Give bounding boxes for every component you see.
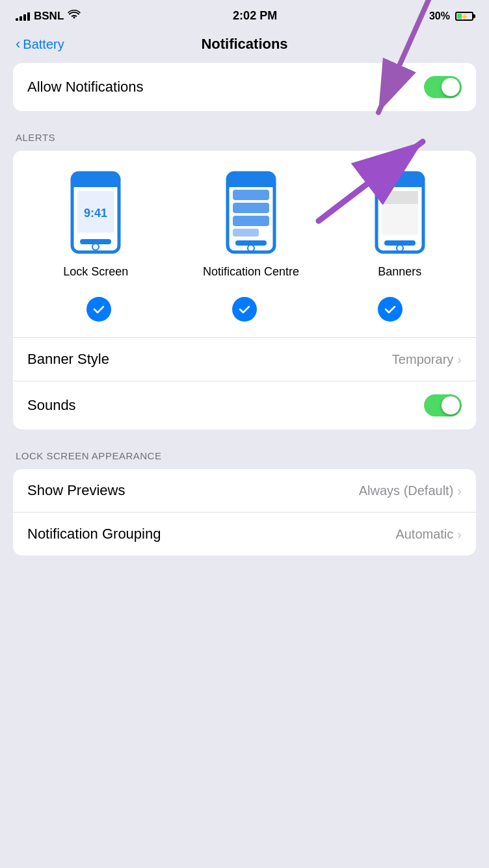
- checkmarks-row: [13, 292, 476, 337]
- svg-rect-22: [382, 191, 418, 204]
- notification-centre-option[interactable]: Notification Centre: [203, 170, 299, 279]
- banners-check[interactable]: [378, 297, 403, 322]
- show-previews-row[interactable]: Show Previews Always (Default) ›: [13, 469, 476, 512]
- back-button[interactable]: ‹ Battery: [16, 37, 64, 52]
- alerts-section-label: ALERTS: [13, 132, 476, 143]
- phone-icons-row: 9:41 Lock Screen: [13, 151, 476, 292]
- svg-rect-14: [233, 216, 269, 226]
- signal-bars-icon: [16, 12, 30, 21]
- toggle-thumb: [442, 78, 460, 96]
- sounds-row[interactable]: Sounds: [13, 381, 476, 429]
- banner-style-row[interactable]: Banner Style Temporary ›: [13, 338, 476, 381]
- lock-screen-appearance-label: LOCK SCREEN APPEARANCE: [13, 450, 476, 461]
- banners-label: Banners: [378, 265, 421, 279]
- svg-rect-12: [233, 190, 269, 200]
- svg-text:9:41: 9:41: [84, 207, 107, 220]
- svg-rect-4: [72, 179, 119, 187]
- battery-percent: 30%: [429, 10, 450, 22]
- notification-grouping-chevron-icon: ›: [457, 527, 462, 542]
- notification-centre-check[interactable]: [232, 297, 257, 322]
- allow-notifications-toggle[interactable]: [424, 76, 462, 98]
- battery-icon: ⚡: [455, 12, 473, 21]
- banner-style-label: Banner Style: [27, 351, 109, 368]
- svg-rect-20: [377, 179, 423, 187]
- svg-rect-11: [228, 179, 274, 187]
- banners-option[interactable]: Banners: [374, 170, 426, 279]
- carrier-label: BSNL: [34, 10, 64, 23]
- status-bar: BSNL 2:02 PM 30% ⚡: [0, 0, 489, 28]
- notification-centre-label: Notification Centre: [203, 265, 299, 279]
- svg-rect-15: [233, 229, 259, 236]
- allow-notifications-card: Allow Notifications: [13, 63, 476, 111]
- banner-style-right: Temporary ›: [392, 352, 462, 367]
- lock-screen-label: Lock Screen: [63, 265, 128, 279]
- lock-screen-phone-icon: 9:41: [70, 170, 122, 255]
- content-area: Allow Notifications ALERTS: [0, 63, 489, 555]
- status-left: BSNL: [16, 10, 81, 23]
- notification-centre-phone-icon: [225, 170, 277, 255]
- status-right: 30% ⚡: [429, 10, 473, 22]
- allow-notifications-label: Allow Notifications: [27, 79, 144, 96]
- banner-style-value: Temporary: [392, 352, 453, 367]
- svg-rect-13: [233, 203, 269, 213]
- back-label: Battery: [23, 37, 64, 52]
- notification-grouping-label: Notification Grouping: [27, 526, 161, 542]
- back-chevron-icon: ‹: [16, 37, 20, 51]
- banners-phone-icon: [374, 170, 426, 255]
- show-previews-chevron-icon: ›: [457, 483, 462, 498]
- notification-grouping-row[interactable]: Notification Grouping Automatic ›: [13, 513, 476, 555]
- notification-grouping-value: Automatic: [395, 527, 453, 542]
- wifi-icon: [68, 10, 81, 23]
- lock-screen-option[interactable]: 9:41 Lock Screen: [63, 170, 128, 279]
- nav-bar: ‹ Battery Notifications: [0, 28, 489, 63]
- show-previews-right: Always (Default) ›: [359, 483, 462, 498]
- notification-grouping-right: Automatic ›: [395, 527, 462, 542]
- alerts-card: 9:41 Lock Screen: [13, 151, 476, 429]
- sounds-label: Sounds: [27, 397, 76, 414]
- banner-style-chevron-icon: ›: [457, 352, 462, 367]
- sounds-toggle[interactable]: [424, 394, 462, 416]
- lock-screen-appearance-card: Show Previews Always (Default) › Notific…: [13, 469, 476, 555]
- page-title: Notifications: [201, 36, 287, 53]
- status-time: 2:02 PM: [233, 9, 277, 23]
- show-previews-label: Show Previews: [27, 482, 125, 499]
- lock-screen-check[interactable]: [86, 297, 111, 322]
- show-previews-value: Always (Default): [359, 483, 454, 498]
- sounds-toggle-thumb: [442, 396, 460, 415]
